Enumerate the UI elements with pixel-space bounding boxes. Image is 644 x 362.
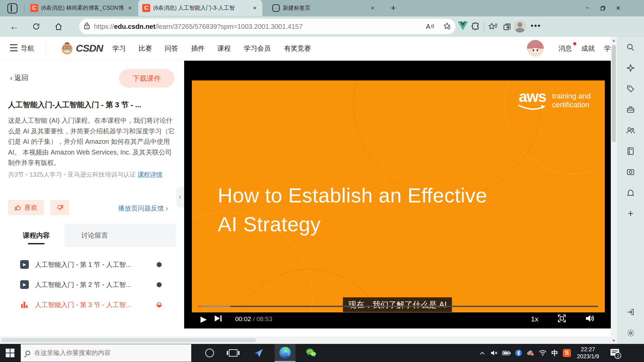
open-sidebar-icon[interactable]: [624, 305, 638, 319]
playback-feedback-link[interactable]: 播放页问题反馈 ›: [118, 204, 168, 213]
hamburger-menu-icon[interactable]: [10, 44, 19, 52]
notification-bell-icon[interactable]: [624, 186, 638, 200]
messages-link[interactable]: 消息: [558, 44, 572, 53]
sync-error-cloud-icon[interactable]: [525, 350, 537, 356]
vertical-scrollbar[interactable]: ▲ ▼: [611, 37, 617, 344]
back-button[interactable]: ←: [7, 20, 21, 33]
hscroll-thumb[interactable]: [1, 338, 256, 342]
toolbox-icon[interactable]: [624, 103, 638, 117]
nav-link-contest[interactable]: 比赛: [139, 44, 152, 53]
address-bar[interactable]: https://edu.csdn.net/learn/37265/576839?…: [79, 19, 455, 34]
restore-button[interactable]: [595, 1, 610, 15]
next-episode-button[interactable]: [214, 314, 231, 324]
taskbar-search-input[interactable]: [34, 349, 168, 357]
read-aloud-icon[interactable]: A: [426, 23, 434, 31]
settings-gear-icon[interactable]: [624, 326, 638, 340]
vue-devtools-icon[interactable]: [458, 21, 468, 32]
vscroll-thumb[interactable]: [612, 45, 616, 142]
scroll-up-arrow[interactable]: ▲: [611, 37, 617, 44]
course-tabs: 课程内容 讨论留言: [8, 224, 176, 247]
sogou-input-icon[interactable]: S: [561, 349, 573, 357]
achievements-link[interactable]: 成就: [581, 44, 595, 53]
tray-expand-icon[interactable]: [476, 352, 488, 355]
like-button[interactable]: 喜欢: [8, 200, 44, 215]
wifi-icon[interactable]: [537, 350, 549, 356]
volume-button[interactable]: [585, 314, 611, 324]
notebook-icon[interactable]: [624, 144, 638, 158]
cortana-button[interactable]: [199, 344, 220, 362]
playback-speed-button[interactable]: 1x: [531, 315, 538, 323]
nav-link-prize-contest[interactable]: 有奖竞赛: [284, 44, 311, 53]
action-center-button[interactable]: 2: [603, 349, 625, 357]
bluetooth-icon[interactable]: [513, 349, 525, 357]
browser-tab-1[interactable]: C (6条消息) 林间雾的博客_CSDN博 ×: [26, 0, 137, 16]
scroll-down-arrow[interactable]: ▼: [611, 337, 617, 344]
minimize-button[interactable]: −: [580, 1, 595, 15]
close-window-button[interactable]: ×: [610, 1, 626, 15]
playlist-item-title: 人工智能入门 - 第 1 节 - 人工智...: [35, 260, 151, 269]
profile-avatar[interactable]: [514, 20, 526, 33]
wechat-taskbar-icon[interactable]: [301, 344, 321, 362]
battery-icon[interactable]: [500, 350, 513, 356]
ime-language-indicator[interactable]: 中: [549, 349, 561, 358]
new-tab-button[interactable]: +: [391, 3, 396, 13]
aws-logo-text: aws: [518, 89, 547, 104]
messages-badge-dot: [573, 42, 576, 45]
edge-sidebar: +: [617, 37, 644, 344]
video-progress-bar[interactable]: [198, 306, 598, 307]
browser-tab-2-active[interactable]: C (6条消息) 人工智能入门-3-人工智 ×: [138, 0, 262, 16]
partial-link[interactable]: 学: [604, 44, 611, 53]
tab-close-icon[interactable]: ×: [370, 4, 375, 12]
video-player[interactable]: aws training and certification How to Es…: [184, 61, 611, 328]
download-courseware-button[interactable]: 下载课件: [119, 69, 174, 87]
csdn-logo[interactable]: CSDN: [60, 41, 103, 56]
screenshot-icon[interactable]: [624, 165, 638, 179]
nav-link-qa[interactable]: 问答: [165, 44, 178, 53]
sparkle-icon[interactable]: [624, 61, 638, 75]
extensions-puzzle-icon[interactable]: [469, 20, 482, 33]
course-details-link[interactable]: 课程详情: [138, 171, 162, 178]
tab-close-icon[interactable]: ×: [127, 4, 133, 12]
edge-taskbar-icon[interactable]: [275, 344, 296, 362]
add-sidebar-item-icon[interactable]: +: [624, 206, 638, 221]
task-view-button[interactable]: [223, 344, 244, 362]
taskbar-clock[interactable]: 22:27 2023/1/9: [573, 346, 603, 360]
tab-close-icon[interactable]: ×: [252, 4, 258, 12]
nav-link-study[interactable]: 学习: [112, 44, 126, 53]
playlist-item-1[interactable]: ▶ 人工智能入门 - 第 1 节 - 人工智...: [8, 254, 176, 275]
nav-link-plugins[interactable]: 插件: [191, 44, 205, 53]
search-icon[interactable]: [624, 40, 638, 54]
community-people-icon[interactable]: [624, 123, 638, 137]
start-button[interactable]: [6, 349, 14, 357]
nav-link-membership[interactable]: 学习会员: [244, 44, 271, 53]
shopping-tag-icon[interactable]: [624, 82, 638, 96]
back-to-list-link[interactable]: ‹ 返回: [10, 73, 29, 82]
horizontal-scrollbar[interactable]: [0, 337, 611, 344]
nav-link-courses[interactable]: 课程: [217, 44, 231, 53]
csdn-nav-bar: 导航 CSDN 学习 比赛 问答 插件 课程 学习会员 有奖竞赛 搜索 消息 成…: [0, 37, 611, 60]
tab-discussion[interactable]: 讨论留言: [64, 224, 125, 247]
collapse-panel-handle[interactable]: ‹: [176, 187, 184, 207]
browser-tab-3[interactable]: ··· 新建标签页 ×: [268, 0, 382, 16]
taskbar-search-box[interactable]: [20, 344, 192, 362]
playlist-item-3-playing[interactable]: 人工智能入门 - 第 3 节 - 人工智...: [8, 295, 176, 315]
home-button[interactable]: [52, 20, 65, 33]
play-button[interactable]: ▶: [194, 314, 214, 324]
collections-icon[interactable]: [500, 20, 514, 33]
add-favorite-icon[interactable]: [443, 22, 451, 31]
refresh-button[interactable]: [30, 20, 43, 33]
playlist-item-2[interactable]: ▶ 人工智能入门 - 第 2 节 - 人工智...: [8, 275, 176, 295]
blue-app-icon[interactable]: [248, 344, 269, 362]
nav-menu-label[interactable]: 导航: [21, 44, 34, 53]
favorites-icon[interactable]: [486, 20, 500, 33]
user-avatar[interactable]: [527, 40, 544, 57]
volume-muted-icon[interactable]: [488, 350, 500, 356]
browser-menu-icon[interactable]: •••: [531, 21, 541, 31]
fullscreen-button[interactable]: [538, 314, 585, 324]
aws-logo: aws training and certification: [518, 89, 591, 113]
site-lock-icon[interactable]: [84, 22, 90, 31]
dislike-button[interactable]: [50, 200, 69, 215]
playlist-item-title: 人工智能入门 - 第 2 节 - 人工智...: [35, 280, 151, 289]
tab-course-content[interactable]: 课程内容: [8, 224, 64, 247]
tab-actions-icon[interactable]: [7, 3, 17, 13]
